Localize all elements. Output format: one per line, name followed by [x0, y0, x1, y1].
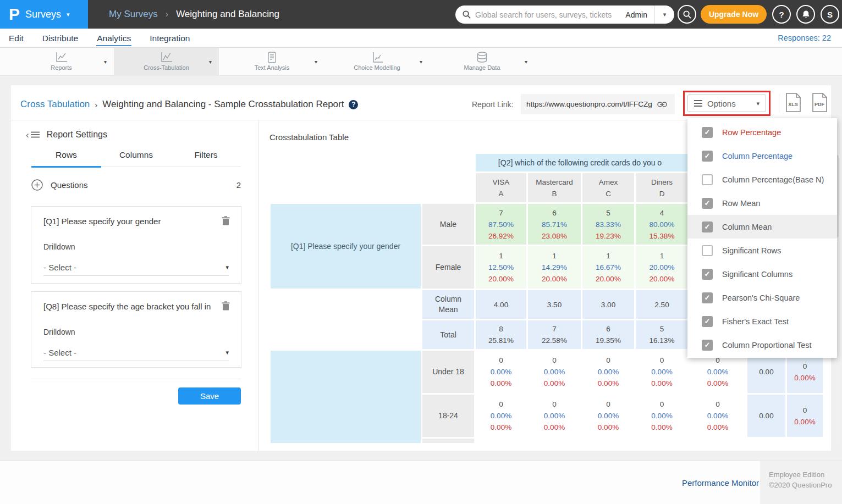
tab-edit[interactable]: Edit [8, 30, 24, 46]
cell-value: 0 [606, 355, 610, 366]
cell-value: Diners [651, 176, 673, 188]
options-menu-item-label: Significant Columns [722, 270, 793, 279]
report-url[interactable]: https://www.questionpro.com/t/lFFCZg [526, 100, 652, 108]
options-menu-item-row-percentage[interactable]: ✓Row Percentage [687, 120, 837, 144]
line-chart-icon [9, 52, 114, 63]
chevron-down-icon[interactable]: ▾ [525, 59, 527, 65]
breadcrumb: My Surveys › Weighting and Balancing [109, 0, 279, 29]
breadcrumb-my-surveys[interactable]: My Surveys [109, 9, 158, 20]
options-menu-item-significant-columns[interactable]: ✓Significant Columns [687, 262, 837, 286]
checkbox-icon[interactable]: ✓ [702, 340, 713, 351]
tool-manage-data[interactable]: Manage Data ▾ [430, 48, 535, 76]
tab-columns[interactable]: Columns [101, 150, 171, 167]
cell-value: 0.00% [491, 422, 511, 433]
model-chart-icon [324, 52, 430, 63]
search-button[interactable] [678, 5, 696, 24]
tool-text-analysis[interactable]: Text Analysis ▾ [219, 48, 324, 76]
help-button[interactable]: ? [772, 5, 791, 24]
cell-value: 4.00 [494, 299, 508, 311]
cell-value: 20.00% [488, 273, 514, 285]
tab-integration[interactable]: Integration [149, 30, 190, 46]
cell-value: 20.00% [650, 262, 675, 273]
checkbox-icon[interactable]: ✓ [702, 316, 713, 327]
data-cell: 3.50 [528, 290, 581, 319]
cell-value: 20.00% [596, 273, 621, 285]
tool-label: Reports [9, 64, 114, 71]
options-button[interactable]: Options ▾ [687, 95, 766, 112]
cell-value: 85.71% [542, 219, 567, 230]
tool-cross-tabulation[interactable]: Cross-Tabulation ▾ [114, 48, 219, 76]
drilldown-select-value: - Select - [43, 263, 76, 272]
add-question-icon[interactable] [31, 179, 43, 191]
cell-value: 8 [499, 323, 503, 335]
search-scope-dropdown[interactable]: ▾ [654, 5, 674, 24]
options-menu-item-column-percentage[interactable]: ✓Column Percentage [687, 144, 837, 168]
checkbox-icon[interactable]: ✓ [702, 292, 713, 303]
cell-value: 0.00% [491, 410, 511, 422]
search-scope-label[interactable]: Admin [625, 10, 654, 19]
report-link-field[interactable]: https://www.questionpro.com/t/lFFCZg [521, 94, 675, 114]
tab-distribute[interactable]: Distribute [42, 30, 79, 46]
checkbox-icon[interactable] [702, 245, 713, 256]
document-report-icon [219, 52, 324, 63]
checkbox-icon[interactable]: ✓ [702, 151, 713, 162]
chevron-down-icon[interactable]: ▾ [315, 59, 317, 65]
collapse-panel-icon[interactable]: ‹ [26, 130, 40, 140]
delete-question-icon[interactable] [222, 301, 230, 313]
checkbox-icon[interactable]: ✓ [702, 198, 713, 209]
drilldown-select[interactable]: - Select - ▾ [43, 345, 229, 361]
checkbox-icon[interactable]: ✓ [702, 269, 713, 280]
tool-reports[interactable]: Reports ▾ [9, 48, 114, 76]
product-switcher[interactable]: P Surveys ▾ [0, 0, 88, 29]
tab-filters[interactable]: Filters [171, 150, 241, 167]
options-menu-item-column-proportional-test[interactable]: ✓Column Proportional Test [687, 333, 837, 357]
performance-monitor-link[interactable]: Performance Monitor [682, 478, 759, 488]
avatar[interactable]: S [821, 5, 839, 24]
options-button-label: Options [707, 99, 736, 108]
chevron-down-icon[interactable]: ▾ [420, 59, 422, 65]
checkbox-icon[interactable] [702, 174, 713, 185]
cross-tabulation-link[interactable]: Cross Tabulation [20, 99, 90, 110]
help-badge-icon[interactable]: ? [349, 100, 358, 109]
data-cell: 685.71%23.08% [528, 204, 581, 245]
link-icon[interactable] [657, 102, 667, 107]
product-name: Surveys [25, 9, 61, 20]
options-menu-item-column-percentage-base-n-[interactable]: Column Percentage(Base N) [687, 168, 837, 191]
cell-value: 19.35% [596, 335, 621, 346]
upgrade-now-button[interactable]: Upgrade Now [701, 5, 767, 24]
cell-value: 83.33% [596, 219, 621, 230]
cell-value: 0.00% [707, 422, 728, 433]
options-menu-item-fisher-s-exact-test[interactable]: ✓Fisher's Exact Test [687, 309, 837, 333]
options-menu-item-significant-rows[interactable]: Significant Rows [687, 239, 837, 262]
options-menu-item-row-mean[interactable]: ✓Row Mean [687, 191, 837, 215]
chevron-down-icon: ▾ [225, 264, 229, 271]
cell-value: Mastercard [536, 176, 573, 188]
options-menu-item-pearson-s-chi-square[interactable]: ✓Pearson's Chi-Square [687, 286, 837, 309]
tab-rows[interactable]: Rows [31, 150, 101, 168]
export-xls-button[interactable]: XLS [785, 93, 801, 114]
data-cell: 516.13% [636, 320, 688, 349]
survey-nav: Edit Distribute Analytics Integration Re… [0, 29, 842, 48]
search-input[interactable] [471, 10, 625, 19]
chevron-down-icon[interactable]: ▾ [104, 59, 107, 65]
cell-value: 6 [552, 207, 557, 219]
tab-analytics[interactable]: Analytics [96, 30, 131, 46]
options-highlight-box: Options ▾ [683, 91, 771, 116]
options-menu-item-label: Column Percentage [722, 152, 793, 160]
checkbox-icon[interactable]: ✓ [702, 127, 713, 138]
cell-value: 5 [606, 207, 610, 219]
drilldown-select[interactable]: - Select - ▾ [43, 259, 229, 276]
questions-count: 2 [236, 180, 241, 190]
cell-value: 1 [660, 250, 664, 262]
data-cell: 112.50%20.00% [476, 246, 526, 289]
notifications-button[interactable] [796, 5, 815, 24]
global-search[interactable]: Admin ▾ [455, 5, 674, 24]
export-pdf-button[interactable]: PDF [812, 93, 828, 114]
chevron-down-icon[interactable]: ▾ [209, 59, 212, 65]
options-menu-item-column-mean[interactable]: ✓Column Mean [687, 215, 837, 239]
save-button[interactable]: Save [178, 387, 241, 405]
tool-choice-modelling[interactable]: Choice Modelling ▾ [324, 48, 430, 76]
cell-value: 1 [499, 250, 503, 262]
delete-question-icon[interactable] [222, 216, 230, 228]
checkbox-icon[interactable]: ✓ [702, 221, 713, 232]
